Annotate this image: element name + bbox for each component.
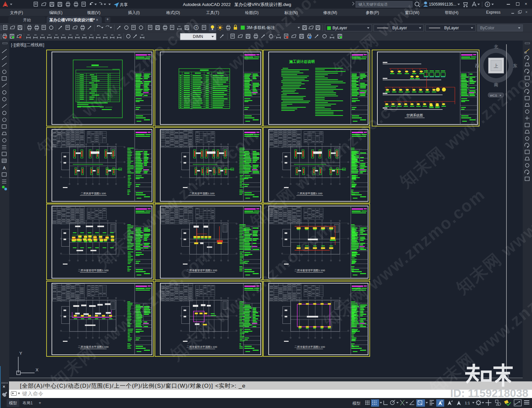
svg-text:WCS: WCS (490, 94, 497, 97)
svg-text:Y: Y (19, 351, 22, 356)
svg-text:南: 南 (494, 82, 498, 87)
svg-text:键入关键字或短语: 键入关键字或短语 (358, 2, 388, 6)
svg-text:?: ? (195, 26, 197, 30)
svg-text:空调系统图: 空调系统图 (406, 113, 423, 117)
svg-text:北: 北 (494, 44, 498, 49)
svg-text:二层冷凝排水平面图1:100: 二层冷凝排水平面图1:100 (294, 345, 325, 348)
svg-text:1:1: 1:1 (465, 401, 470, 405)
svg-text:西: 西 (475, 63, 479, 68)
svg-text:X: X (36, 367, 39, 372)
svg-text:?: ? (486, 3, 488, 6)
svg-text:ByColor: ByColor (480, 26, 494, 30)
svg-text:A: A (3, 165, 6, 170)
svg-text:二层风管平面图1:100: 二层风管平面图1:100 (80, 192, 106, 195)
svg-text:二层风管平面图1:100: 二层风管平面图1:100 (189, 192, 215, 195)
svg-text:DIMN: DIMN (193, 34, 203, 39)
svg-text:二层冷凝管理平面图1:100: 二层冷凝管理平面图1:100 (187, 269, 217, 272)
svg-text:二层冷凝管理平面图1:100: 二层冷凝管理平面图1:100 (294, 269, 325, 272)
svg-text:东: 东 (513, 63, 517, 68)
svg-text:二层冷凝排水平面图1:100: 二层冷凝排水平面图1:100 (187, 345, 217, 348)
svg-text:二层冷凝排水平面图1:100: 二层冷凝排水平面图1:100 (78, 345, 109, 348)
svg-text:15059991135...: 15059991135... (429, 2, 457, 7)
svg-text:ByLayer: ByLayer (392, 26, 407, 30)
svg-text:ByLayer: ByLayer (332, 26, 347, 30)
svg-text:二层冷凝管理平面图1:100: 二层冷凝管理平面图1:100 (78, 269, 109, 272)
svg-text:ByLayer: ByLayer (444, 26, 459, 30)
svg-text:二层风管平面图1:100: 二层风管平面图1:100 (297, 192, 323, 195)
svg-text:上: 上 (494, 63, 498, 69)
svg-text:3M-多联机-标注: 3M-多联机-标注 (247, 25, 275, 30)
svg-text:施工设计总说明: 施工设计总说明 (289, 60, 315, 64)
svg-text:模型: 模型 (352, 401, 360, 406)
svg-text:[-][俯视][二维线框]: [-][俯视][二维线框] (11, 43, 44, 47)
